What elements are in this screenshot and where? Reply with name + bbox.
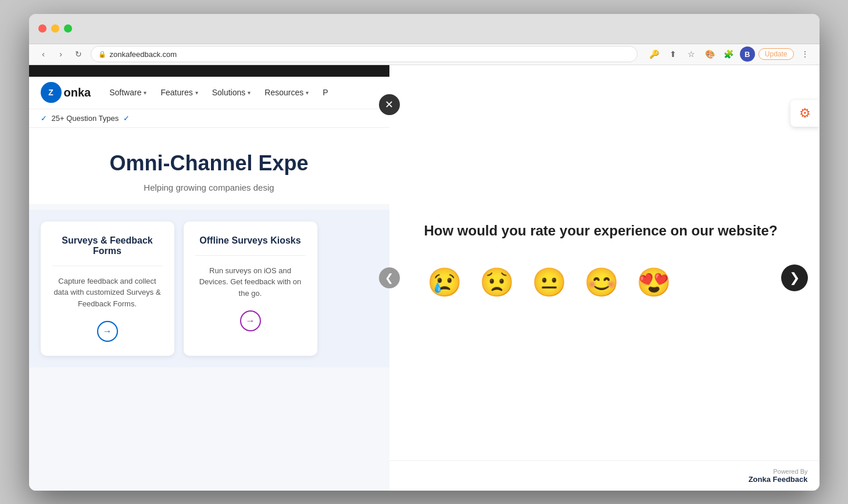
- url-text: zonkafeedback.com: [110, 50, 177, 59]
- website-area: Z onka Software ▾ Features ▾ Solutions ▾: [29, 65, 389, 491]
- browser-actions: 🔑 ⬆ ☆ 🎨 🧩 B Update ⋮: [647, 47, 813, 62]
- close-overlay-button[interactable]: ✕: [379, 94, 400, 115]
- color-picker-icon[interactable]: 🎨: [703, 47, 718, 62]
- card-surveys: Surveys & Feedback Forms Capture feedbac…: [41, 221, 174, 356]
- menu-icon[interactable]: ⋮: [797, 47, 813, 62]
- nav-item-features[interactable]: Features ▾: [156, 85, 202, 99]
- emoji-very-sad[interactable]: 😢: [424, 262, 465, 303]
- forward-button[interactable]: ›: [53, 47, 69, 62]
- browser-window: ‹ › ↻ 🔒 zonkafeedback.com 🔑 ⬆ ☆ 🎨 🧩 B Up…: [29, 14, 820, 491]
- site-top-bar: [29, 65, 389, 77]
- chevron-down-icon: ▾: [144, 90, 146, 96]
- nav-item-solutions[interactable]: Solutions ▾: [207, 85, 256, 99]
- powered-by-label: Powered By: [401, 468, 808, 475]
- chevron-down-icon: ▾: [306, 90, 309, 96]
- title-bar: [29, 14, 820, 44]
- minimize-window-button[interactable]: [51, 24, 59, 33]
- back-button[interactable]: ‹: [36, 47, 51, 62]
- card-offline-desc: Run surveys on iOS and Devices. Get feed…: [195, 265, 306, 299]
- site-nav: Z onka Software ▾ Features ▾ Solutions ▾: [29, 77, 389, 109]
- card-surveys-title: Surveys & Feedback Forms: [52, 235, 163, 266]
- check-row: ✓ 25+ Question Types ✓: [29, 109, 389, 128]
- hubspot-widget[interactable]: ⚙: [790, 100, 820, 127]
- nav-buttons: ‹ › ↻: [36, 47, 86, 62]
- hero-section: Omni-Channel Expe Helping growing compan…: [29, 128, 389, 204]
- card-offline-arrow[interactable]: →: [195, 310, 306, 331]
- address-bar: ‹ › ↻ 🔒 zonkafeedback.com 🔑 ⬆ ☆ 🎨 🧩 B Up…: [29, 44, 820, 65]
- url-bar[interactable]: 🔒 zonkafeedback.com: [91, 46, 638, 62]
- emoji-very-happy[interactable]: 😍: [634, 262, 674, 303]
- check-icon-2: ✓: [123, 114, 130, 123]
- profile-button[interactable]: B: [740, 47, 755, 62]
- feedback-question: How would you rate your experience on ou…: [424, 223, 778, 239]
- reload-button[interactable]: ↻: [71, 47, 86, 62]
- puzzle-icon[interactable]: 🧩: [721, 47, 736, 62]
- site-logo[interactable]: Z onka: [41, 82, 91, 103]
- logo-icon: Z: [41, 82, 62, 103]
- feedback-panel: How would you rate your experience on ou…: [389, 65, 820, 460]
- share-icon[interactable]: ⬆: [665, 47, 681, 62]
- hero-subtitle: Helping growing companies desig: [46, 183, 372, 192]
- chevron-down-icon: ▾: [248, 90, 251, 96]
- nav-software-label: Software: [109, 88, 141, 97]
- card-offline: Offline Surveys Kiosks Run surveys on iO…: [184, 221, 317, 356]
- check-text: 25+ Question Types: [52, 114, 119, 123]
- traffic-lights: [38, 24, 72, 33]
- overlay-panel: ✕ How would you rate your experience on …: [389, 65, 820, 491]
- next-arrow-button[interactable]: ❯: [781, 264, 808, 291]
- powered-by-section: Powered By Zonka Feedback: [389, 460, 820, 491]
- nav-item-p[interactable]: P: [318, 85, 332, 99]
- nav-features-label: Features: [160, 88, 192, 97]
- key-icon[interactable]: 🔑: [647, 47, 662, 62]
- nav-solutions-label: Solutions: [212, 88, 246, 97]
- chevron-down-icon: ▾: [195, 90, 198, 96]
- card-surveys-arrow[interactable]: →: [52, 321, 163, 342]
- nav-item-software[interactable]: Software ▾: [105, 85, 151, 99]
- card-surveys-desc: Capture feedback and collect data with c…: [52, 276, 163, 310]
- cards-section: Surveys & Feedback Forms Capture feedbac…: [29, 210, 389, 368]
- hubspot-icon: ⚙: [799, 106, 811, 121]
- fullscreen-window-button[interactable]: [64, 24, 72, 33]
- lock-icon: 🔒: [98, 51, 106, 58]
- powered-by-brand: Zonka Feedback: [401, 475, 808, 484]
- star-icon[interactable]: ☆: [684, 47, 699, 62]
- emoji-neutral[interactable]: 😐: [529, 262, 570, 303]
- check-icon: ✓: [41, 114, 47, 123]
- logo-letter: Z: [48, 88, 53, 97]
- card-offline-title: Offline Surveys Kiosks: [195, 235, 306, 256]
- arrow-circle-blue[interactable]: →: [97, 321, 118, 342]
- update-button[interactable]: Update: [758, 48, 794, 60]
- emoji-happy[interactable]: 😊: [581, 262, 622, 303]
- nav-p-label: P: [323, 88, 328, 97]
- logo-text: onka: [64, 86, 91, 99]
- page-content: Z onka Software ▾ Features ▾ Solutions ▾: [29, 65, 820, 491]
- emoji-sad[interactable]: 😟: [477, 262, 517, 303]
- close-window-button[interactable]: [38, 24, 46, 33]
- hero-title: Omni-Channel Expe: [46, 151, 372, 176]
- nav-resources-label: Resources: [264, 88, 303, 97]
- emoji-row: 😢 😟 😐 😊 😍: [424, 262, 674, 303]
- nav-item-resources[interactable]: Resources ▾: [260, 85, 313, 99]
- prev-arrow-button[interactable]: ❮: [379, 267, 400, 288]
- arrow-circle-purple[interactable]: →: [240, 310, 261, 331]
